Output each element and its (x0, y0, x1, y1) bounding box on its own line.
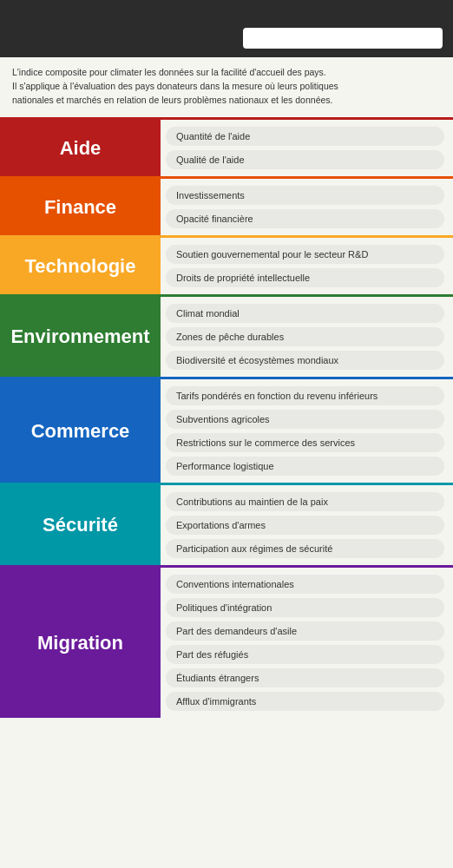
sections-container: AideQuantité de l'aideQualité de l'aideF… (0, 117, 453, 718)
item-pill[interactable]: Soutien gouvernemental pour le secteur R… (166, 245, 444, 264)
section-finance: FinanceInvestissementsOpacité financière (0, 179, 453, 235)
item-pill[interactable]: Politiques d'intégration (166, 598, 444, 617)
item-pill[interactable]: Exportations d'armes (166, 516, 444, 535)
section-label-text-finance: Finance (44, 196, 116, 219)
item-pill[interactable]: Investissements (166, 186, 444, 205)
item-pill[interactable]: Qualité de l'aide (166, 150, 444, 169)
item-pill[interactable]: Zones de pêche durables (166, 327, 444, 346)
section-label-finance: Finance (0, 179, 161, 235)
section-securite: SécuritéContributions au maintien de la … (0, 485, 453, 565)
section-label-aide: Aide (0, 120, 161, 176)
header (0, 0, 453, 23)
section-label-text-securite: Sécurité (43, 514, 118, 536)
item-pill[interactable]: Part des réfugiés (166, 645, 444, 664)
item-pill[interactable]: Climat mondial (166, 304, 444, 323)
section-label-text-environnement: Environnement (10, 326, 149, 348)
section-label-text-commerce: Commerce (31, 420, 130, 443)
section-commerce: CommerceTarifs pondérés en fonction du r… (0, 379, 453, 483)
item-pill[interactable]: Contributions au maintien de la paix (166, 492, 444, 511)
item-pill[interactable]: Subventions agricoles (166, 410, 444, 429)
description-text: L'indice composite pour climater les don… (0, 57, 453, 117)
section-items-commerce: Tarifs pondérés en fonction du revenu in… (161, 379, 453, 483)
item-pill[interactable]: Conventions internationales (166, 575, 444, 594)
section-items-technologie: Soutien gouvernemental pour le secteur R… (161, 238, 453, 294)
item-pill[interactable]: Participation aux régimes de sécurité (166, 539, 444, 558)
section-items-securite: Contributions au maintien de la paixExpo… (161, 485, 453, 565)
section-aide: AideQuantité de l'aideQualité de l'aide (0, 120, 453, 176)
section-label-text-technologie: Technologie (25, 255, 136, 278)
item-pill[interactable]: Droits de propriété intellectuelle (166, 268, 444, 287)
section-label-text-migration: Migration (37, 632, 123, 654)
section-technologie: TechnologieSoutien gouvernemental pour l… (0, 238, 453, 294)
section-items-finance: InvestissementsOpacité financière (161, 179, 453, 235)
section-label-text-aide: Aide (60, 137, 102, 160)
item-pill[interactable]: Performance logistique (166, 457, 444, 476)
item-pill[interactable]: Biodiversité et écosystèmes mondiaux (166, 351, 444, 370)
item-pill[interactable]: Afflux d'immigrants (166, 692, 444, 711)
section-label-environnement: Environnement (0, 297, 161, 377)
section-label-commerce: Commerce (0, 379, 161, 483)
section-migration: MigrationConventions internationalesPoli… (0, 568, 453, 718)
search-bar-area (0, 23, 453, 57)
item-pill[interactable]: Opacité financière (166, 209, 444, 228)
item-pill[interactable]: Quantité de l'aide (166, 127, 444, 146)
item-pill[interactable]: Tarifs pondérés en fonction du revenu in… (166, 386, 444, 405)
section-environnement: EnvironnementClimat mondialZones de pêch… (0, 297, 453, 377)
section-label-migration: Migration (0, 568, 161, 718)
section-items-aide: Quantité de l'aideQualité de l'aide (161, 120, 453, 176)
item-pill[interactable]: Restrictions sur le commerce des service… (166, 433, 444, 452)
section-items-environnement: Climat mondialZones de pêche durablesBio… (161, 297, 453, 377)
section-label-securite: Sécurité (0, 485, 161, 565)
section-label-technologie: Technologie (0, 238, 161, 294)
item-pill[interactable]: Part des demandeurs d'asile (166, 621, 444, 641)
item-pill[interactable]: Étudiants étrangers (166, 668, 444, 687)
section-items-migration: Conventions internationalesPolitiques d'… (161, 568, 453, 718)
search-input[interactable] (243, 28, 443, 49)
